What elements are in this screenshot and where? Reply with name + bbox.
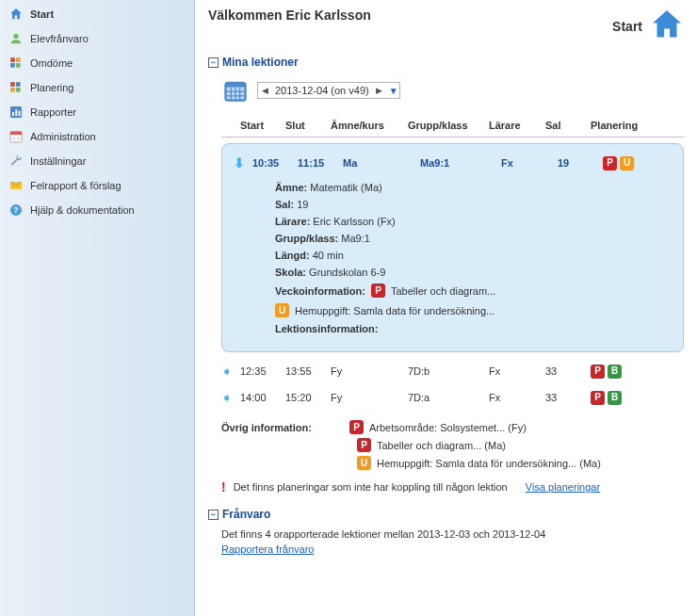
lesson-row[interactable]: ➧ 12:35 13:55 Fy 7D:b Fx 33 P B [221,358,684,384]
detail-larare-label: Lärare: [275,216,310,227]
lesson-details: Ämne: Matematik (Ma) Sal: 19 Lärare: Eri… [275,182,672,334]
ovrig-text: Hemuppgift: Samla data för undersökning.… [377,458,601,469]
ovrig-text: Tabeller och diagram... (Ma) [377,440,506,451]
b-badge-icon: B [608,391,622,405]
detail-skola-label: Skola: [275,267,306,278]
veck-p-text: Tabeller och diagram... [391,285,495,297]
detail-skola-val: Grundskolan 6-9 [309,267,385,278]
mail-icon [8,177,24,194]
cell-planering: P U [603,156,672,170]
expand-arrow-icon[interactable]: ➧ [221,364,240,379]
warning-row: ! Det finns planeringar som inte har kop… [221,479,684,494]
sidebar-item-label: Elevfrånvaro [30,33,89,44]
lesson-table: Start Slut Ämne/kurs Grupp/klass Lärare … [208,116,684,411]
user-icon [8,30,24,47]
svg-rect-12 [19,111,21,116]
cell-amne: Fy [331,365,408,377]
ovrig-text: Arbetsområde: Solsystemet... (Fy) [369,422,527,433]
home-big-icon[interactable] [650,8,684,44]
lesson-row-expanded[interactable]: ⬇ 10:35 11:15 Ma Ma9:1 Fx 19 P U Ämne: M… [221,143,684,352]
detail-amne-val: Matematik (Ma) [310,182,381,193]
svg-rect-5 [10,82,15,87]
sidebar-item-installningar[interactable]: Inställningar [0,149,194,173]
help-icon: ? [8,202,24,219]
sidebar-item-hjalp[interactable]: ? Hjälp & dokumentation [0,198,194,222]
sidebar-item-label: Inställningar [30,155,86,167]
svg-text:?: ? [13,205,18,215]
p-badge-icon: P [357,438,371,452]
cell-slut: 11:15 [298,157,343,169]
sidebar-item-label: Administration [30,131,96,142]
cell-slut: 15:20 [285,392,331,403]
ovrig-info: Övrig information: P Arbetsområde: Solsy… [221,420,684,470]
col-start: Start [240,120,285,131]
svg-rect-8 [16,88,21,92]
header: Välkommen Eric Karlsson Start [208,8,684,44]
welcome-title: Välkommen Eric Karlsson [208,8,371,23]
sidebar-item-administration[interactable]: Administration [0,124,194,149]
report-absence-link[interactable]: Rapportera frånvaro [221,543,314,555]
cell-sal: 19 [558,157,603,169]
planning-icon [8,79,24,96]
svg-rect-4 [16,63,21,68]
cell-planering: P B [591,391,684,405]
detail-larare-val: Eric Karlsson (Fx) [313,216,395,227]
date-picker[interactable]: ◀ 2013-12-04 (on v49) ▶ ▼ [257,82,400,99]
sidebar-item-omdome[interactable]: Omdöme [0,51,194,75]
show-plannings-link[interactable]: Visa planeringar [526,481,600,493]
p-badge-icon: P [603,156,617,170]
date-value: 2013-12-04 (on v49) [271,84,373,97]
veck-u-text: Hemuppgift: Samla data för undersökning.… [295,305,494,316]
cell-larare: Fx [501,157,558,169]
date-next-icon[interactable]: ▶ [373,86,385,95]
sidebar-item-label: Rapporter [30,106,76,118]
sidebar-item-elevfranvaro[interactable]: Elevfrånvaro [0,26,194,51]
detail-sal-val: 19 [297,199,308,210]
section-title: Frånvaro [222,508,270,521]
svg-rect-2 [16,57,21,62]
u-badge-icon: U [357,456,371,470]
cell-larare: Fx [489,392,545,403]
svg-rect-10 [12,112,14,116]
svg-rect-7 [10,88,15,92]
svg-point-0 [13,34,18,39]
warning-icon: ! [221,479,226,494]
detail-veckinfo-label: Veckoinformation: [275,285,365,297]
cell-slut: 13:55 [285,365,331,377]
detail-langd-label: Längd: [275,250,310,261]
date-prev-icon[interactable]: ◀ [259,86,271,95]
expand-arrow-icon[interactable]: ➧ [221,390,240,405]
detail-amne-label: Ämne: [275,182,307,193]
collapse-arrow-icon[interactable]: ⬇ [234,155,252,170]
collapse-toggle-absence[interactable]: − [208,510,219,520]
col-larare: Lärare [489,120,545,131]
collapse-toggle-lessons[interactable]: − [208,57,219,68]
col-grupp: Grupp/klass [408,120,489,131]
svg-rect-6 [16,82,21,87]
p-badge-icon: P [371,284,385,298]
grade-icon [8,55,24,72]
cell-amne: Fy [331,392,408,403]
sidebar: Start Elevfrånvaro Omdöme Planering Rapp… [0,0,195,616]
section-head-absence: − Frånvaro [208,508,684,521]
lesson-row[interactable]: ➧ 14:00 15:20 Fy 7D:a Fx 33 P B [221,384,684,411]
sidebar-item-rapporter[interactable]: Rapporter [0,100,194,124]
col-sal: Sal [545,120,591,131]
cell-grupp: Ma9:1 [420,157,501,169]
calendar-icon [8,128,24,145]
wrench-icon [8,153,24,170]
calendar-button[interactable] [221,76,250,105]
svg-rect-3 [10,63,15,68]
cell-grupp: 7D:a [408,392,489,403]
p-badge-icon: P [591,391,605,405]
sidebar-item-felrapport[interactable]: Felrapport & förslag [0,173,194,198]
col-amne: Ämne/kurs [331,120,408,131]
cell-sal: 33 [545,365,591,377]
u-badge-icon: U [620,156,634,170]
section-title: Mina lektioner [222,56,299,69]
date-dropdown-icon[interactable]: ▼ [385,86,398,96]
svg-rect-11 [15,109,17,116]
sidebar-item-start[interactable]: Start [0,2,194,26]
table-header-row: Start Slut Ämne/kurs Grupp/klass Lärare … [221,116,684,138]
sidebar-item-planering[interactable]: Planering [0,75,194,100]
